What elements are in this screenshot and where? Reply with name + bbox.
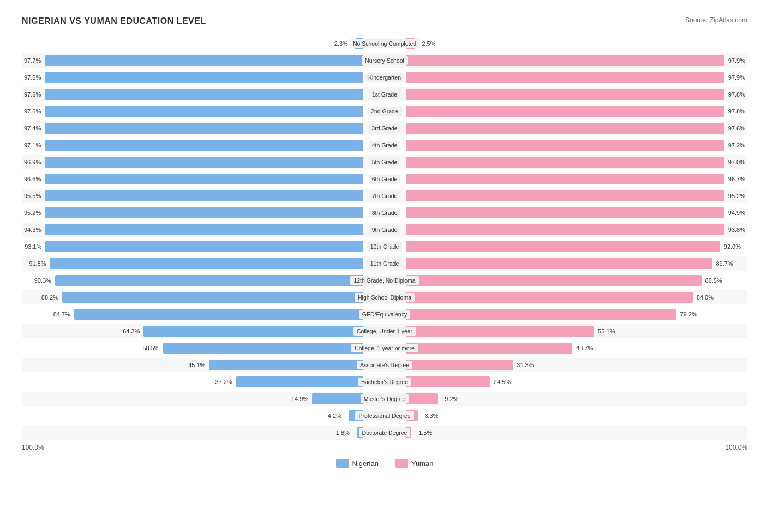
left-value: 97.7% [24, 57, 45, 64]
right-value: 1.5% [411, 429, 432, 436]
left-value: 88.2% [41, 294, 62, 301]
legend: Nigerian Yuman [22, 459, 747, 468]
right-value: 9.2% [438, 396, 458, 402]
table-row: 97.4% 3rd Grade 97.6% [22, 121, 747, 136]
left-value: 84.7% [53, 311, 74, 318]
bar-nigerian [45, 174, 363, 184]
yuman-label: Yuman [411, 459, 433, 468]
table-row: 94.3% 9th Grade 93.8% [22, 222, 747, 237]
bar-yuman [406, 292, 693, 303]
bar-nigerian [45, 55, 363, 66]
table-row: 97.1% 4th Grade 97.2% [22, 138, 747, 153]
bar-nigerian [45, 123, 363, 134]
right-value: 86.5% [702, 277, 722, 284]
bar-nigerian [236, 376, 363, 387]
bar-yuman [406, 326, 594, 337]
bar-yuman [406, 376, 490, 387]
row-label: Associate's Degree [357, 361, 412, 369]
legend-nigerian: Nigerian [336, 459, 379, 468]
right-value: 84.0% [693, 294, 714, 301]
row-label: Doctorate Degree [359, 428, 411, 437]
right-value: 79.2% [676, 311, 697, 318]
row-label: High School Diploma [355, 293, 415, 302]
bar-yuman [406, 343, 572, 354]
bar-yuman [406, 140, 724, 151]
bar-nigerian [74, 309, 363, 320]
row-label: GED/Equivalency [359, 310, 410, 319]
bar-nigerian [143, 326, 363, 337]
table-row: 37.2% Bachelor's Degree 24.5% [22, 374, 747, 390]
bar-nigerian [45, 89, 363, 100]
left-value: 97.1% [24, 142, 45, 148]
bar-nigerian [45, 207, 363, 218]
table-row: 97.6% Kindergarten 97.9% [22, 70, 747, 85]
bar-nigerian [45, 140, 363, 151]
row-label: 3rd Grade [368, 124, 400, 133]
bar-yuman [406, 72, 724, 83]
right-value: 3.3% [418, 413, 439, 419]
bar-yuman [406, 55, 724, 66]
bar-nigerian [45, 224, 363, 235]
left-value: 45.1% [188, 362, 209, 368]
bar-nigerian [45, 190, 363, 201]
left-value: 14.9% [291, 396, 312, 402]
bar-nigerian [50, 258, 363, 269]
row-label: 12th Grade, No Diploma [350, 276, 418, 285]
table-row: 2.3% No Schooling Completed 2.5% [22, 36, 747, 51]
table-row: 91.8% 11th Grade 89.7% [22, 256, 747, 271]
left-value: 91.8% [29, 260, 50, 267]
left-value: 90.3% [34, 277, 55, 284]
bar-yuman [406, 258, 712, 269]
left-value: 97.6% [24, 74, 45, 81]
left-value: 97.6% [24, 108, 45, 115]
right-value: 24.5% [490, 379, 511, 385]
left-value: 97.4% [24, 125, 45, 131]
right-value: 94.9% [724, 210, 745, 216]
table-row: 4.2% Professional Degree 3.3% [22, 408, 747, 423]
chart-area: 2.3% No Schooling Completed 2.5% [22, 36, 747, 440]
right-value: 96.7% [724, 176, 745, 182]
left-value: 96.6% [24, 176, 45, 182]
bar-yuman [406, 123, 724, 134]
left-value: 95.2% [24, 210, 45, 216]
right-value: 92.0% [720, 243, 741, 250]
chart-header: NIGERIAN VS YUMAN EDUCATION LEVEL Source… [22, 16, 747, 26]
right-value: 89.7% [712, 260, 733, 267]
bar-yuman [406, 157, 724, 168]
bar-yuman [406, 174, 724, 184]
chart-container: NIGERIAN VS YUMAN EDUCATION LEVEL Source… [11, 11, 758, 484]
table-row: 96.6% 6th Grade 96.7% [22, 171, 747, 187]
right-value: 97.8% [724, 108, 745, 115]
row-label: 6th Grade [369, 175, 401, 183]
row-label: College, 1 year or more [351, 344, 418, 352]
nigerian-swatch [336, 459, 349, 468]
right-value: 95.2% [724, 193, 745, 199]
bar-nigerian [45, 106, 363, 117]
table-row: 14.9% Master's Degree 9.2% [22, 391, 747, 407]
left-value: 1.8% [336, 429, 357, 436]
right-value: 97.0% [724, 159, 745, 165]
right-value: 93.8% [724, 226, 745, 233]
left-value: 94.3% [24, 226, 45, 233]
row-label: 10th Grade [367, 242, 403, 251]
table-row: 90.3% 12th Grade, No Diploma 86.5% [22, 273, 747, 288]
bar-nigerian [62, 292, 363, 303]
bar-nigerian [55, 275, 363, 286]
row-label: 11th Grade [367, 259, 403, 268]
table-row: 95.2% 8th Grade 94.9% [22, 205, 747, 220]
chart-source: Source: ZipAtlas.com [685, 16, 747, 24]
left-value: 58.5% [142, 345, 163, 351]
row-label: No Schooling Completed [350, 39, 420, 48]
row-label: 8th Grade [369, 208, 401, 217]
bar-nigerian [163, 343, 363, 354]
table-row: 64.3% College, Under 1 year 55.1% [22, 324, 747, 339]
row-label: Professional Degree [355, 411, 414, 420]
bar-yuman [406, 275, 702, 286]
right-value: 97.2% [724, 142, 745, 148]
left-value: 95.5% [24, 193, 45, 199]
bar-yuman [406, 106, 724, 117]
bar-nigerian [45, 241, 363, 252]
axis-labels: 100.0% 100.0% [22, 444, 747, 451]
table-row: 45.1% Associate's Degree 31.3% [22, 357, 747, 373]
bar-yuman [406, 360, 513, 370]
